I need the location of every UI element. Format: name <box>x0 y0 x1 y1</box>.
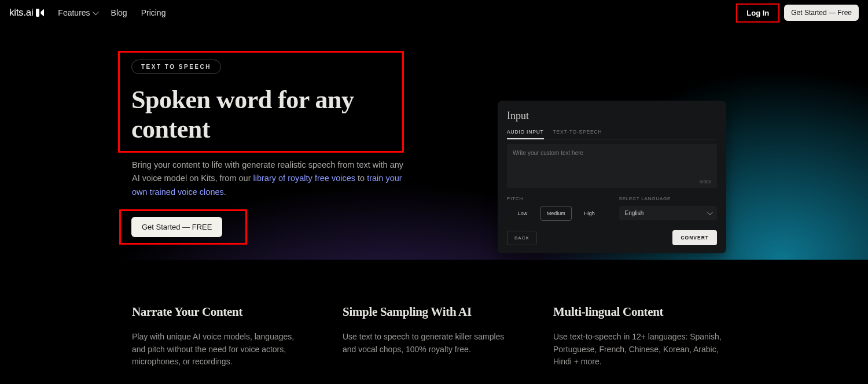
language-control: SELECT LANGUAGE English <box>619 196 718 221</box>
hero-desc-mid: to <box>355 173 367 183</box>
text-input-area[interactable]: Write your custom text here 0/300 <box>507 144 717 188</box>
pitch-high-button[interactable]: High <box>574 206 605 221</box>
panel-footer: BACK CONVERT <box>507 230 717 245</box>
pitch-low-button[interactable]: Low <box>507 206 538 221</box>
tab-text-to-speech[interactable]: TEXT-TO-SPEECH <box>553 129 602 139</box>
nav: Features Blog Pricing <box>58 8 165 17</box>
panel-tabs: AUDIO INPUT TEXT-TO-SPEECH <box>507 129 717 139</box>
language-select[interactable]: English <box>619 206 718 220</box>
hero-section: TEXT TO SPEECH Spoken word for any conte… <box>0 25 868 260</box>
feature-multilingual-desc: Use text-to-speech in 12+ languages: Spa… <box>553 331 727 368</box>
language-value: English <box>625 210 644 216</box>
chevron-down-icon <box>707 209 713 215</box>
main-header: kits.ai Features Blog Pricing Log In Get… <box>0 0 868 25</box>
nav-blog[interactable]: Blog <box>111 8 127 17</box>
hero-content: TEXT TO SPEECH Spoken word for any conte… <box>132 51 404 245</box>
feature-multilingual-title: Multi-lingual Content <box>553 305 727 319</box>
hero-cta-button[interactable]: Get Started — FREE <box>131 217 222 237</box>
tab-audio-input[interactable]: AUDIO INPUT <box>507 129 544 139</box>
hero-cta-highlight-box: Get Started — FREE <box>119 209 247 245</box>
pitch-control: PITCH Low Medium High <box>507 196 605 221</box>
hero-heading: Spoken word for any content <box>131 86 386 144</box>
hero-desc-end: . <box>224 187 226 197</box>
nav-pricing[interactable]: Pricing <box>141 8 166 17</box>
hero-description: Bring your content to life with generate… <box>132 158 404 199</box>
feature-narrate-desc: Play with unique AI voice models, langua… <box>132 331 306 368</box>
text-input-placeholder: Write your custom text here <box>513 150 711 156</box>
controls-row: PITCH Low Medium High SELECT LANGUAGE En… <box>507 196 717 221</box>
convert-button[interactable]: CONVERT <box>672 230 717 245</box>
feature-sampling: Simple Sampling With AI Use text to spee… <box>343 305 516 368</box>
input-panel: Input AUDIO INPUT TEXT-TO-SPEECH Write y… <box>498 101 726 253</box>
pitch-medium-button[interactable]: Medium <box>540 206 572 221</box>
chevron-down-icon <box>92 9 98 15</box>
feature-multilingual: Multi-lingual Content Use text-to-speech… <box>553 305 727 368</box>
royalty-free-link[interactable]: library of royalty free voices <box>253 173 355 183</box>
language-label: SELECT LANGUAGE <box>619 196 718 201</box>
brand-logo[interactable]: kits.ai <box>9 7 44 19</box>
panel-title: Input <box>507 110 717 122</box>
pitch-label: PITCH <box>507 196 605 201</box>
char-counter: 0/300 <box>700 179 711 184</box>
hero-badge: TEXT TO SPEECH <box>131 60 221 74</box>
nav-features-label: Features <box>58 8 90 17</box>
pitch-options: Low Medium High <box>507 206 605 221</box>
feature-sampling-desc: Use text to speech to generate killer sa… <box>343 331 516 356</box>
features-section: Narrate Your Content Play with unique AI… <box>0 260 868 368</box>
header-cta-button[interactable]: Get Started — Free <box>784 5 859 21</box>
back-button[interactable]: BACK <box>507 231 537 245</box>
brand-icon <box>36 9 44 17</box>
feature-narrate: Narrate Your Content Play with unique AI… <box>132 305 306 368</box>
brand-text: kits.ai <box>9 7 33 19</box>
hero-highlight-box: TEXT TO SPEECH Spoken word for any conte… <box>118 51 404 153</box>
nav-features[interactable]: Features <box>58 8 97 17</box>
login-button[interactable]: Log In <box>736 3 779 23</box>
feature-narrate-title: Narrate Your Content <box>132 305 306 319</box>
feature-sampling-title: Simple Sampling With AI <box>343 305 516 319</box>
